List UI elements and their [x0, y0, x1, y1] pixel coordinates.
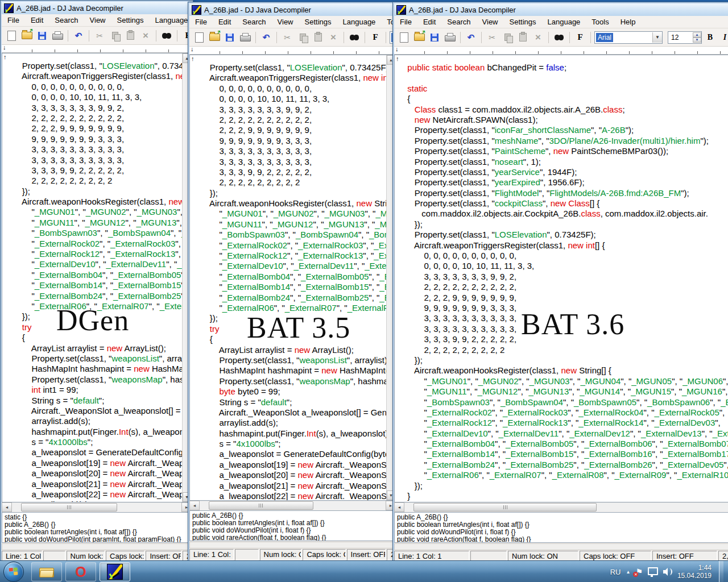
scroll-left-icon[interactable]: ◄ [189, 501, 200, 510]
menu-edit[interactable]: Edit [213, 16, 237, 27]
scrollbar-thumb[interactable] [209, 501, 313, 510]
title-bar[interactable]: A_26B.jad - DJ Java Decompiler [189, 3, 396, 16]
system-tray: RU ▲ ⚑✕ 1:44 15.04.2019 [610, 561, 728, 582]
font-style-button[interactable]: F [369, 31, 382, 44]
member-signature[interactable]: public void rareAction(float f, boolean … [192, 534, 395, 541]
font-style-button[interactable]: F [573, 31, 587, 44]
menu-edit[interactable]: Edit [417, 16, 441, 27]
menu-view[interactable]: View [477, 16, 504, 27]
find-button[interactable] [160, 29, 173, 43]
open-file-button[interactable] [20, 29, 34, 43]
save-button[interactable] [223, 31, 237, 44]
menu-view[interactable]: View [84, 15, 111, 26]
code-editor[interactable]: ↑ Property.set(class1, "LOSElevation", 0… [189, 55, 396, 501]
bold-button[interactable]: B [704, 31, 717, 44]
copy-button[interactable] [296, 31, 309, 44]
scrollbar-thumb[interactable] [413, 503, 597, 512]
horizontal-scrollbar[interactable]: ◄ ► [2, 502, 192, 512]
horizontal-scrollbar[interactable]: ◄ ► [189, 501, 396, 510]
new-file-button[interactable] [192, 31, 206, 44]
menu-view[interactable]: View [272, 16, 299, 27]
spin-down-icon[interactable]: ▼ [693, 38, 701, 43]
code-text[interactable]: public static boolean bChangedPit = fals… [395, 55, 728, 501]
code-line: } [403, 491, 728, 501]
members-pane[interactable]: static {}public A_26B() {}public boolean… [2, 512, 192, 543]
taskbar-button-dj-decompiler[interactable] [100, 562, 130, 581]
undo-button[interactable]: ↶ [259, 31, 273, 44]
volume-icon[interactable] [663, 568, 672, 576]
menu-search[interactable]: Search [49, 15, 84, 26]
delete-button[interactable]: × [139, 29, 152, 43]
save-button[interactable] [35, 29, 49, 43]
open-file-button[interactable] [412, 31, 426, 44]
show-desktop-button[interactable] [719, 561, 723, 582]
menu-tools[interactable]: Tools [586, 16, 614, 27]
language-indicator[interactable]: RU [610, 568, 621, 576]
menu-settings[interactable]: Settings [299, 16, 337, 27]
menu-language[interactable]: Language [542, 16, 586, 27]
member-signature[interactable]: public void rareAction(float f, boolean … [397, 536, 728, 543]
undo-button[interactable]: ↶ [464, 31, 478, 44]
menu-language[interactable]: Language [150, 15, 192, 26]
paste-button[interactable] [311, 31, 325, 44]
italic-button[interactable]: I [718, 31, 728, 44]
scrollbar-thumb[interactable] [21, 503, 117, 512]
cut-button[interactable]: ✂ [485, 31, 499, 44]
menu-language[interactable]: Language [337, 16, 382, 27]
chevron-down-icon[interactable]: ▼ [652, 32, 662, 43]
scroll-left-icon[interactable]: ◄ [2, 502, 12, 512]
menu-help[interactable]: Help [615, 16, 642, 27]
start-button[interactable] [3, 562, 24, 582]
print-button[interactable] [51, 29, 64, 43]
new-file-button[interactable] [5, 29, 18, 43]
paste-button[interactable] [516, 31, 530, 44]
menu-edit[interactable]: Edit [25, 15, 49, 26]
menu-search[interactable]: Search [237, 16, 271, 27]
clock[interactable]: 1:44 15.04.2019 [677, 564, 712, 580]
paste-button[interactable] [123, 29, 137, 43]
new-file-button[interactable] [397, 31, 411, 44]
members-pane[interactable]: public A_26B() {}public boolean turretAn… [394, 512, 728, 543]
delete-button[interactable]: × [326, 31, 340, 44]
ruler-marker-down-icon[interactable]: ↓ [3, 44, 6, 51]
title-bar[interactable]: A_26B.jad - DJ Java Decompiler [394, 3, 728, 16]
action-center-flag-icon[interactable]: ⚑✕ [635, 568, 643, 576]
undo-button[interactable]: ↶ [72, 29, 85, 43]
cut-button[interactable]: ✂ [93, 29, 106, 43]
menu-file[interactable]: File [189, 16, 213, 27]
copy-button[interactable] [500, 31, 514, 44]
menu-file[interactable]: File [2, 15, 25, 26]
spinner-arrows[interactable]: ▲▼ [693, 32, 701, 43]
member-signature[interactable]: public void doWoundPilot(int paramInt, f… [5, 536, 191, 543]
copy-button[interactable] [108, 29, 122, 43]
hidden-icons-arrow[interactable]: ▲ [626, 569, 630, 575]
find-button[interactable] [348, 31, 361, 44]
taskbar-button-opera[interactable]: O [65, 562, 96, 581]
print-button[interactable] [443, 31, 457, 44]
network-icon[interactable] [648, 567, 658, 575]
code-text[interactable]: Property.set(class1, "LOSElevation", 0.7… [190, 55, 395, 501]
delete-button[interactable]: × [531, 31, 545, 44]
code-text[interactable]: Property.set(class1, "LOSElevation", 0.7… [2, 53, 191, 502]
ruler-marker-down-icon[interactable]: ↓ [191, 45, 194, 53]
members-pane[interactable]: public A_26B() {}public boolean turretAn… [189, 510, 396, 541]
title-bar[interactable]: A_26B.jad - DJ Java Decompiler [2, 2, 192, 14]
taskbar-button-explorer[interactable] [31, 562, 62, 581]
menu-search[interactable]: Search [441, 16, 476, 27]
code-editor[interactable]: ↑ Property.set(class1, "LOSElevation", 0… [2, 53, 192, 502]
horizontal-scrollbar[interactable]: ◄ ► [394, 502, 728, 512]
font-size-stepper[interactable]: 12 ▲▼ [668, 31, 702, 44]
print-button[interactable] [238, 31, 252, 44]
ruler-marker-down-icon[interactable]: ↓ [395, 45, 399, 53]
cut-button[interactable]: ✂ [280, 31, 294, 44]
menu-settings[interactable]: Settings [111, 15, 150, 26]
find-button[interactable] [552, 31, 566, 44]
menu-settings[interactable]: Settings [504, 16, 542, 27]
scroll-left-icon[interactable]: ◄ [394, 502, 404, 512]
font-family-select[interactable]: Arial ▼ [594, 31, 663, 44]
open-file-button[interactable] [208, 31, 221, 44]
save-button[interactable] [428, 31, 441, 44]
spin-up-icon[interactable]: ▲ [693, 32, 701, 38]
code-editor[interactable]: ↑ public static boolean bChangedPit = fa… [394, 55, 728, 502]
menu-file[interactable]: File [394, 16, 417, 27]
